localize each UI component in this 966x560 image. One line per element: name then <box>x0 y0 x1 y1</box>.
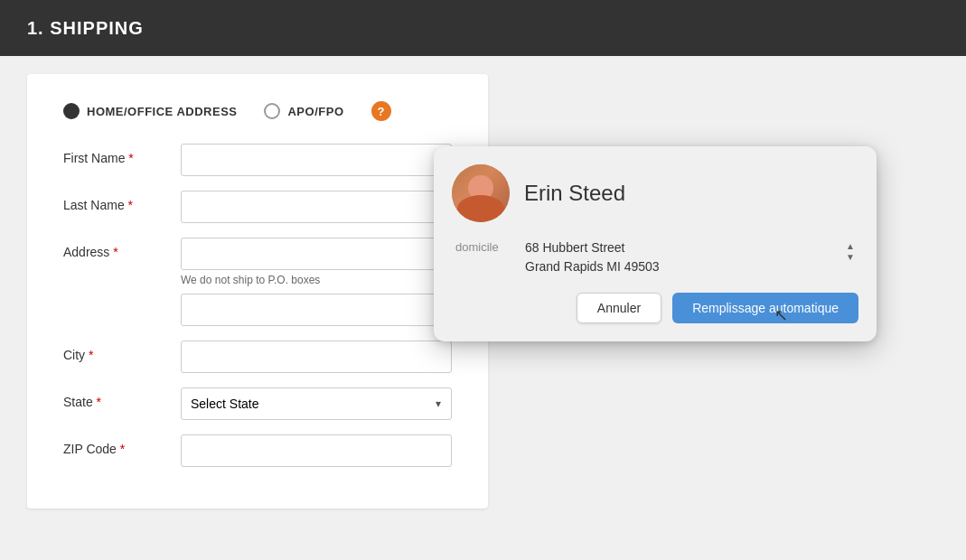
avatar <box>452 164 510 222</box>
address-type-row: HOME/OFFICE ADDRESS APO/FPO ? <box>63 101 452 121</box>
apo-fpo-label: APO/FPO <box>287 105 343 118</box>
address-label: Address * <box>63 238 181 259</box>
city-row: City * <box>63 341 452 373</box>
zip-row: ZIP Code * <box>63 434 452 467</box>
spinner-down-icon: ▼ <box>846 253 855 262</box>
state-row: State * Select State Alabama Alaska Mich… <box>63 387 452 420</box>
autofill-popup: Erin Steed domicile 68 Hubbert Street Gr… <box>434 146 877 341</box>
address-spinner[interactable]: ▲ ▼ <box>846 238 855 262</box>
avatar-face <box>452 164 510 222</box>
address-row: Address * We do not ship to P.O. boxes <box>63 238 452 326</box>
popup-address-label: domicile <box>455 238 514 254</box>
last-name-row: Last Name * <box>63 191 452 223</box>
last-name-input-wrap <box>181 191 452 223</box>
main-content: HOME/OFFICE ADDRESS APO/FPO ? First Name… <box>0 56 966 527</box>
first-name-label: First Name * <box>63 144 181 165</box>
no-po-boxes-hint: We do not ship to P.O. boxes <box>181 274 452 286</box>
popup-address-line2: Grand Rapids MI 49503 <box>525 257 835 276</box>
last-name-input[interactable] <box>181 191 452 223</box>
radio-filled-icon <box>63 103 80 119</box>
required-star: * <box>117 442 125 456</box>
popup-address-row: domicile 68 Hubbert Street Grand Rapids … <box>452 238 858 276</box>
required-star: * <box>125 198 133 212</box>
required-star: * <box>85 348 93 362</box>
required-star: * <box>125 151 133 165</box>
city-input[interactable] <box>181 341 452 373</box>
radio-empty-icon <box>264 103 280 119</box>
city-input-wrap <box>181 341 452 373</box>
required-star: * <box>109 245 117 259</box>
first-name-row: First Name * <box>63 144 452 176</box>
cancel-button[interactable]: Annuler <box>577 293 661 323</box>
help-icon[interactable]: ? <box>371 101 391 121</box>
state-select-wrap: Select State Alabama Alaska Michigan ▾ <box>181 387 452 420</box>
popup-address-line1: 68 Hubbert Street <box>525 238 835 257</box>
state-select[interactable]: Select State Alabama Alaska Michigan <box>181 387 452 420</box>
popup-address-text: 68 Hubbert Street Grand Rapids MI 49503 <box>525 238 835 276</box>
first-name-input-wrap <box>181 144 452 176</box>
address-input-wrap: We do not ship to P.O. boxes <box>181 238 452 326</box>
popup-user-name: Erin Steed <box>524 181 625 206</box>
address-input-2[interactable] <box>181 294 452 326</box>
form-card: HOME/OFFICE ADDRESS APO/FPO ? First Name… <box>27 74 488 509</box>
zip-input-wrap <box>181 434 452 467</box>
last-name-label: Last Name * <box>63 191 181 212</box>
home-office-label: HOME/OFFICE ADDRESS <box>87 105 237 118</box>
required-star: * <box>93 395 101 409</box>
apo-fpo-radio[interactable]: APO/FPO <box>264 103 343 119</box>
zip-input[interactable] <box>181 434 452 467</box>
city-label: City * <box>63 341 181 362</box>
autofill-button[interactable]: Remplissage automatique <box>672 293 858 323</box>
popup-buttons: Annuler Remplissage automatique <box>452 293 858 323</box>
home-office-radio[interactable]: HOME/OFFICE ADDRESS <box>63 103 237 119</box>
address-input-1[interactable] <box>181 238 452 270</box>
popup-profile-row: Erin Steed <box>452 164 858 222</box>
zip-label: ZIP Code * <box>63 434 181 456</box>
first-name-input[interactable] <box>181 144 452 176</box>
page-header: 1. SHIPPING <box>0 0 966 56</box>
page-title: 1. SHIPPING <box>27 18 144 39</box>
spinner-up-icon: ▲ <box>846 242 855 251</box>
state-label: State * <box>63 387 181 409</box>
